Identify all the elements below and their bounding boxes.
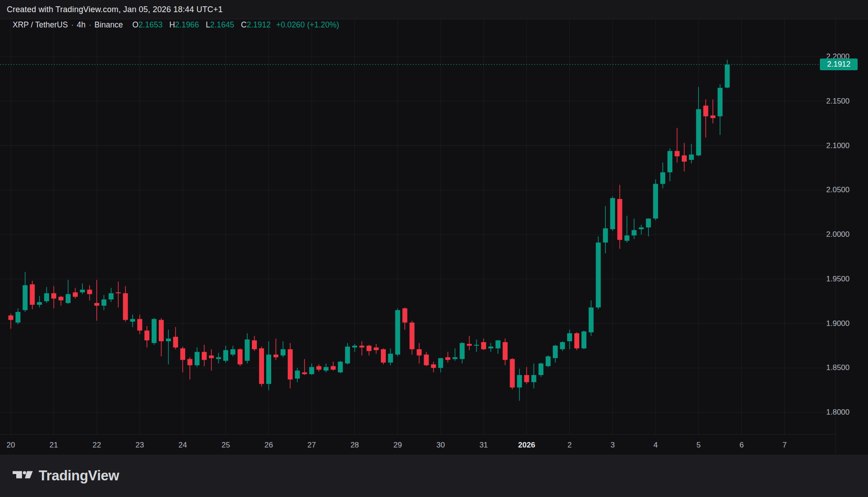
time-tick-label: 6 [739,440,743,451]
candle [703,99,708,138]
candle [209,349,214,370]
candle [109,288,114,303]
symbol-name[interactable]: XRP / TetherUS [13,20,68,30]
candle [73,288,78,299]
candle [467,336,472,350]
candle [553,345,558,363]
time-tick-label: 22 [93,440,101,451]
candle [725,60,730,88]
exchange-label[interactable]: Binance [94,20,123,30]
candle [37,296,42,307]
candle [188,357,192,380]
candle [130,315,135,327]
candle [345,343,350,364]
tradingview-logo-text[interactable]: TradingView [39,468,119,484]
candle [711,99,716,123]
candle [589,300,594,336]
time-tick-label: 29 [394,440,402,451]
candle [531,363,536,388]
candle [718,84,723,135]
chart-surface[interactable] [0,0,868,497]
ohlc-open: O2.1653 [132,20,162,30]
candle [123,286,128,322]
candle [424,352,429,366]
candle [223,346,228,363]
candle [567,330,572,349]
time-tick-label: 28 [350,440,359,451]
candle [166,330,171,364]
candle [195,348,200,367]
candle [245,333,250,363]
price-tick-label: 2.1000 [826,141,850,150]
candle [374,344,379,354]
time-tick-label: 4 [653,440,658,451]
price-tick-label: 2.0500 [826,185,850,194]
candle [538,362,543,377]
price-change: +0.0260 (+1.20%) [276,20,339,30]
candle [646,218,651,236]
footer-bar: TradingView [0,455,868,497]
candle [202,345,207,366]
tradingview-logo-icon[interactable] [13,470,33,481]
candle [431,361,436,372]
candle [481,339,486,350]
candle [689,144,694,163]
time-tick-label: 2 [568,440,572,451]
symbol-legend[interactable]: XRP / TetherUS · 4h · Binance O2.1653 H2… [13,20,339,30]
candle [574,332,579,350]
candle [639,225,644,235]
candle [281,341,286,357]
candle [675,128,680,163]
candle [273,339,278,360]
candle [266,341,271,390]
candle [9,314,13,329]
candle [395,308,400,357]
candle [259,347,264,387]
ohlc-close: C2.1912 [241,20,271,30]
candle [653,180,658,221]
export-header-bar: Created with TradingView.com, Jan 05, 20… [0,0,868,19]
price-tick-label: 1.8500 [826,363,850,372]
candle [116,282,121,307]
candle [438,358,443,373]
candle [30,281,35,309]
candle [410,321,415,355]
candle [460,342,465,363]
candle [58,296,63,306]
time-tick-label: 27 [308,440,316,451]
time-tick-label: 25 [221,440,230,451]
candle [152,318,157,345]
candle [144,326,149,347]
candle [230,346,235,357]
candle [582,330,586,349]
candle [15,308,20,325]
candle [80,284,85,294]
candle [180,347,185,372]
candle [546,356,550,367]
candle [295,368,300,382]
candle [610,196,615,231]
time-tick-label: 5 [697,440,701,451]
candle [388,348,393,366]
candle [352,344,357,352]
interval-label[interactable]: 4h [77,20,85,30]
candle [102,295,107,310]
candle [331,361,336,370]
candle [316,364,321,371]
ohlc-high: H2.1966 [169,20,199,30]
candle [445,352,450,363]
candle [560,341,565,351]
candle [302,359,307,375]
candle [323,363,328,372]
candle [338,361,343,373]
candle [288,343,293,389]
candle [381,348,386,365]
candle [682,143,687,172]
time-tick-label: 3 [610,440,614,451]
price-tick-label: 1.8000 [826,408,850,417]
candle [66,280,71,304]
last-price-label: 2.1912 [820,59,858,70]
candle [309,363,314,375]
candle [159,318,164,357]
time-tick-label: 31 [479,440,488,451]
